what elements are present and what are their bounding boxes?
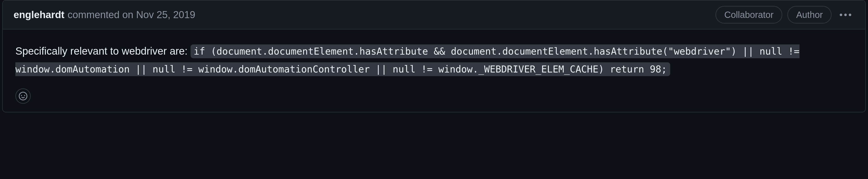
commented-word: commented	[68, 9, 120, 20]
comment-body: Specifically relevant to webdriver are: …	[3, 29, 865, 112]
timestamp-link[interactable]: on Nov 25, 2019	[122, 9, 195, 20]
add-reaction-button[interactable]	[16, 88, 31, 104]
body-intro: Specifically relevant to webdriver are:	[16, 45, 191, 57]
kebab-icon	[844, 14, 847, 16]
collaborator-badge: Collaborator	[715, 6, 782, 24]
kebab-icon	[849, 14, 851, 16]
comment-card: englehardt commented on Nov 25, 2019 Col…	[2, 0, 866, 112]
author-badge: Author	[787, 6, 832, 24]
comment-meta: englehardt commented on Nov 25, 2019	[13, 9, 195, 21]
author-link[interactable]: englehardt	[13, 9, 64, 21]
header-actions: Collaborator Author	[715, 6, 855, 24]
kebab-icon	[840, 14, 842, 16]
kebab-menu-button[interactable]	[837, 12, 855, 18]
smiley-icon	[19, 92, 27, 100]
commented-label: commented on Nov 25, 2019	[68, 9, 195, 21]
comment-text: Specifically relevant to webdriver are: …	[16, 42, 852, 78]
comment-header: englehardt commented on Nov 25, 2019 Col…	[3, 0, 865, 29]
